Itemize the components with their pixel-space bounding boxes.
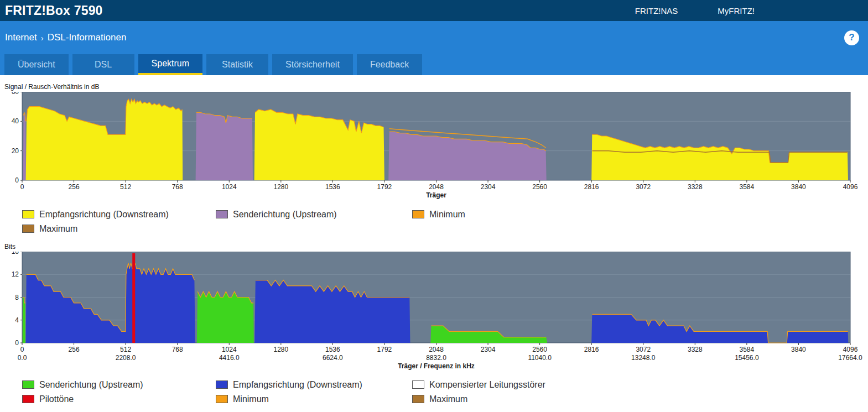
svg-text:3328: 3328 — [688, 183, 703, 191]
legend-label: Minimum — [429, 209, 465, 220]
svg-text:512: 512 — [120, 183, 131, 191]
app-title: FRITZ!Box 7590 — [0, 3, 103, 18]
blue-header-area: Internet › DSL-Informationen ? Übersicht… — [0, 21, 868, 75]
question-mark-icon: ? — [849, 32, 854, 43]
legend-item: Empfangsrichtung (Downstream) — [216, 379, 412, 390]
legend-swatch — [22, 380, 34, 389]
svg-text:2560: 2560 — [532, 346, 547, 353]
svg-text:768: 768 — [172, 183, 183, 191]
breadcrumb-section[interactable]: Internet — [5, 32, 37, 43]
svg-text:8: 8 — [15, 294, 19, 301]
bits-chart: 0256512768102412801536179220482304256028… — [4, 252, 868, 374]
breadcrumb-separator-icon: › — [41, 33, 44, 43]
svg-text:1280: 1280 — [273, 346, 288, 353]
svg-text:1536: 1536 — [325, 346, 340, 353]
top-nav: FRITZ!NAS MyFRITZ! — [635, 6, 868, 15]
svg-text:11040.0: 11040.0 — [528, 354, 552, 362]
tab-dsl[interactable]: DSL — [72, 54, 134, 75]
svg-text:3840: 3840 — [791, 346, 806, 353]
bits-legend: Senderichtung (Upstream)Empfangsrichtung… — [22, 379, 868, 404]
svg-text:16: 16 — [12, 252, 19, 255]
legend-item: Empfangsrichtung (Downstream) — [22, 209, 216, 220]
legend-item: Maximum — [22, 223, 216, 234]
breadcrumb-row: Internet › DSL-Informationen ? — [0, 21, 868, 54]
svg-text:0: 0 — [20, 346, 24, 353]
svg-text:13248.0: 13248.0 — [631, 354, 656, 362]
svg-text:256: 256 — [69, 346, 80, 353]
svg-text:3584: 3584 — [740, 183, 755, 191]
svg-text:0: 0 — [15, 339, 19, 347]
svg-text:2816: 2816 — [584, 346, 599, 353]
svg-text:2048: 2048 — [429, 346, 444, 353]
tab-label: Statistik — [222, 60, 253, 70]
tab-label: Übersicht — [18, 60, 55, 70]
svg-text:6624.0: 6624.0 — [323, 354, 343, 362]
legend-swatch — [216, 395, 228, 403]
tab-label: Feedback — [370, 60, 409, 70]
tab-feedback[interactable]: Feedback — [357, 54, 422, 75]
legend-item: Kompensierter Leitungsstörer — [412, 379, 868, 390]
tab-statistik[interactable]: Statistik — [206, 54, 268, 75]
svg-text:2304: 2304 — [481, 183, 496, 191]
tab-st-rsicherheit[interactable]: Störsicherheit — [272, 54, 353, 75]
legend-item: Senderichtung (Upstream) — [216, 209, 412, 220]
snr-chart-title: Signal / Rausch-Verhältnis in dB — [4, 83, 868, 91]
legend-label: Senderichtung (Upstream) — [233, 209, 337, 220]
svg-text:4: 4 — [15, 316, 19, 324]
snr-legend: Empfangsrichtung (Downstream)Senderichtu… — [22, 209, 868, 234]
svg-text:3584: 3584 — [740, 346, 755, 353]
tab-bar: ÜbersichtDSLSpektrumStatistikStörsicherh… — [0, 54, 868, 75]
topbar: FRITZ!Box 7590 FRITZ!NAS MyFRITZ! — [0, 0, 868, 21]
svg-text:Träger / Frequenz in kHz: Träger / Frequenz in kHz — [398, 362, 475, 370]
legend-swatch — [22, 225, 34, 233]
svg-text:3840: 3840 — [791, 183, 806, 191]
svg-text:1792: 1792 — [377, 346, 392, 353]
tab-spektrum[interactable]: Spektrum — [138, 54, 202, 75]
legend-item: Pilottöne — [22, 394, 216, 404]
content: Signal / Rausch-Verhältnis in dB 0256512… — [0, 75, 868, 404]
svg-text:4416.0: 4416.0 — [219, 354, 240, 362]
fritzbox-spektrum-page: FRITZ!Box 7590 FRITZ!NAS MyFRITZ! Intern… — [0, 0, 868, 404]
breadcrumb-page: DSL-Informationen — [48, 32, 127, 43]
tab-label: Störsicherheit — [285, 60, 340, 70]
svg-text:2208.0: 2208.0 — [116, 354, 136, 362]
legend-item: Senderichtung (Upstream) — [22, 379, 216, 390]
svg-text:12: 12 — [12, 270, 19, 278]
svg-text:3328: 3328 — [688, 346, 703, 353]
svg-text:1792: 1792 — [377, 183, 392, 191]
legend-label: Maximum — [39, 223, 77, 234]
legend-item: Minimum — [412, 209, 868, 220]
help-button[interactable]: ? — [844, 30, 859, 45]
snr-chart: 0256512768102412801536179220482304256028… — [4, 92, 868, 204]
svg-text:2048: 2048 — [429, 183, 444, 191]
svg-text:20: 20 — [12, 147, 19, 155]
svg-text:1024: 1024 — [222, 183, 237, 191]
legend-swatch — [22, 210, 34, 218]
legend-swatch — [412, 380, 424, 389]
svg-text:4096: 4096 — [843, 346, 858, 353]
legend-label: Empfangsrichtung (Downstream) — [233, 379, 362, 390]
legend-label: Empfangsrichtung (Downstream) — [39, 209, 169, 220]
legend-item: Minimum — [216, 394, 412, 404]
svg-text:0.0: 0.0 — [18, 354, 27, 362]
svg-text:1280: 1280 — [273, 183, 288, 191]
legend-label: Minimum — [233, 394, 269, 404]
legend-swatch — [216, 210, 228, 218]
svg-text:512: 512 — [120, 346, 131, 353]
link-myfritz[interactable]: MyFRITZ! — [718, 6, 755, 15]
legend-swatch — [22, 395, 34, 403]
svg-text:15456.0: 15456.0 — [735, 354, 759, 362]
legend-label: Pilottöne — [39, 394, 74, 404]
svg-text:17664.0: 17664.0 — [838, 354, 862, 362]
svg-text:3072: 3072 — [636, 183, 651, 191]
legend-label: Kompensierter Leitungsstörer — [429, 379, 545, 390]
tab--bersicht[interactable]: Übersicht — [4, 54, 69, 75]
snr-spectrum-svg: 0256512768102412801536179220482304256028… — [4, 92, 868, 204]
svg-text:Träger: Träger — [426, 191, 446, 199]
svg-text:1024: 1024 — [222, 346, 237, 353]
svg-text:2560: 2560 — [532, 183, 547, 191]
svg-text:60: 60 — [12, 92, 19, 96]
link-fritznas[interactable]: FRITZ!NAS — [635, 6, 678, 15]
tab-label: DSL — [95, 60, 112, 70]
svg-text:3072: 3072 — [636, 346, 651, 353]
